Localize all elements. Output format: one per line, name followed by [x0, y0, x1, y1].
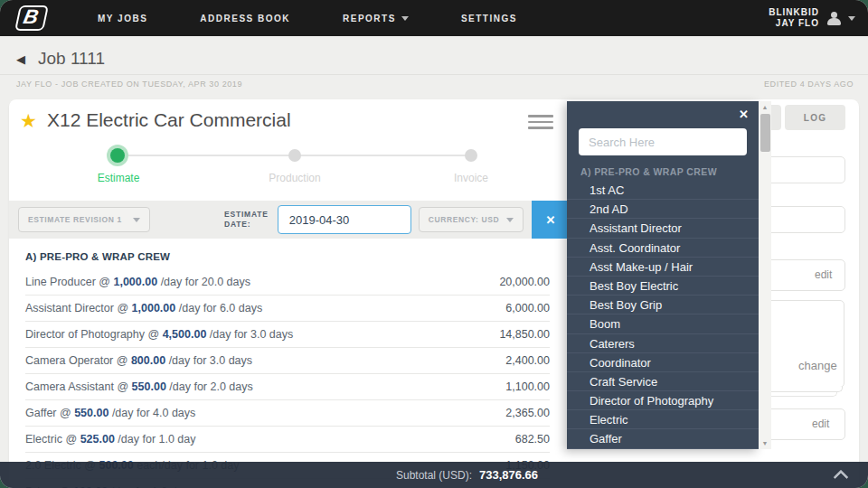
page-title: Job 1111	[38, 49, 105, 69]
picker-option[interactable]: Assistant Director	[567, 219, 759, 238]
estimate-date-input[interactable]	[278, 205, 411, 234]
breadcrumb: ◀ Job 1111	[16, 49, 105, 69]
account-menu[interactable]: BLINKBID JAY FLO	[769, 0, 855, 36]
line-item-description: Assistant Director @ 1,000.00 /day for 6…	[25, 302, 262, 314]
line-item-picker-panel: ✕ A) PRE-PRO & WRAP CREW 1st AC 2nd AD A…	[567, 101, 759, 449]
line-item-description: Director of Photography @ 4,500.00 /day …	[25, 328, 293, 341]
line-item-description: Line Producer @ 1,000.00 /day for 20.0 d…	[25, 276, 250, 288]
line-item-row[interactable]: Electric @ 525.00 /day for 1.0 day 682.5…	[25, 427, 550, 453]
step-label-production[interactable]: Production	[269, 172, 320, 184]
line-item-row[interactable]: Camera Operator @ 800.00 /day for 3.0 da…	[25, 348, 550, 374]
line-item-description: Camera Operator @ 800.00 /day for 3.0 da…	[25, 354, 252, 367]
picker-option[interactable]: Asst. Coordinator	[567, 239, 759, 258]
subtotal-value: 733,876.66	[479, 468, 538, 482]
caret-down-icon	[506, 218, 514, 222]
line-item-row[interactable]: Director of Photography @ 4,500.00 /day …	[25, 322, 550, 348]
scroll-up-icon[interactable]: ▲	[759, 101, 771, 113]
blinkbid-logo-glyph: B	[14, 5, 49, 31]
caret-down-icon	[848, 16, 855, 21]
line-item-description: Electric @ 525.00 /day for 1.0 day	[25, 433, 196, 446]
stepper-line	[118, 155, 295, 156]
line-item-row[interactable]: Assistant Director @ 1,000.00 /day for 6…	[25, 296, 550, 322]
line-item-amount: 2,365.00	[505, 407, 550, 419]
picker-option[interactable]: Asst Make-up / Hair	[567, 258, 759, 277]
scroll-down-icon[interactable]: ▼	[759, 437, 771, 449]
picker-option[interactable]: Electric	[567, 410, 759, 429]
picker-option[interactable]: Gaffer	[567, 429, 759, 448]
edit-button-bottom[interactable]: edit	[812, 418, 829, 430]
currency-dropdown[interactable]: CURRENCY: USD	[419, 207, 524, 232]
picker-option[interactable]: Boom	[567, 314, 759, 333]
step-dot-production[interactable]	[288, 149, 301, 162]
favorite-star-icon[interactable]: ★	[20, 110, 37, 132]
line-items-table: Line Producer @ 1,000.00 /day for 20.0 d…	[25, 269, 550, 488]
close-icon[interactable]: ✕	[739, 108, 749, 121]
account-name: BLINKBID JAY FLO	[769, 7, 819, 29]
step-label-estimate[interactable]: Estimate	[98, 172, 140, 184]
person-icon	[826, 11, 841, 25]
job-title: X12 Electric Car Commercial	[47, 109, 291, 131]
chevron-up-icon[interactable]	[835, 470, 846, 481]
picker-option[interactable]: 2nd AD	[567, 200, 759, 219]
job-created-meta: JAY FLO - JOB CREATED ON TUESDAY, APR 30…	[16, 80, 242, 89]
picker-option[interactable]: Coordinator	[567, 353, 759, 372]
edit-button-top[interactable]: edit	[815, 268, 832, 281]
picker-option[interactable]: Caterers	[567, 334, 759, 353]
change-button[interactable]: change	[798, 359, 837, 372]
nav-item-reports[interactable]: REPORTS	[343, 14, 409, 23]
section-title: A) PRE-PRO & WRAP CREW	[25, 251, 170, 262]
back-arrow-icon[interactable]: ◀	[16, 52, 25, 66]
estimate-toolbar: ESTIMATE REVISION 1 ESTIMATE DATE: CURRE…	[9, 201, 570, 239]
picker-option[interactable]: 1st AC	[567, 181, 759, 200]
scrollbar-thumb[interactable]	[760, 114, 770, 152]
log-button[interactable]: LOG	[785, 105, 845, 130]
close-estimate-bar-button[interactable]: ✕	[532, 201, 570, 239]
line-item-row[interactable]: Gaffer @ 550.00 /day for 4.0 days 2,365.…	[25, 400, 550, 427]
line-item-amount: 6,000.00	[505, 302, 550, 314]
estimate-date-label: ESTIMATE DATE:	[224, 210, 269, 230]
picker-option[interactable]: Director of Photography	[567, 391, 759, 410]
caret-down-icon	[401, 16, 409, 21]
line-item-description: Gaffer @ 550.00 /day for 4.0 days	[25, 407, 195, 419]
step-label-invoice[interactable]: Invoice	[454, 172, 488, 184]
line-item-row[interactable]: Line Producer @ 1,000.00 /day for 20.0 d…	[25, 269, 550, 296]
line-item-row[interactable]: Camera Assistant @ 550.00 /day for 2.0 d…	[25, 374, 550, 400]
line-item-amount: 2,400.00	[505, 354, 550, 367]
divider	[0, 74, 868, 75]
menu-icon[interactable]	[528, 115, 553, 129]
nav-menu: MY JOBS ADDRESS BOOK REPORTS SETTINGS	[98, 14, 517, 23]
picker-option[interactable]: Best Boy Grip	[567, 296, 759, 314]
picker-option[interactable]: Craft Service	[567, 372, 759, 391]
picker-option[interactable]: Best Boy Electric	[567, 277, 759, 296]
nav-item-my-jobs[interactable]: MY JOBS	[98, 14, 147, 23]
step-dot-invoice[interactable]	[465, 149, 477, 162]
caret-down-icon	[133, 218, 140, 222]
line-item-amount: 682.50	[515, 433, 550, 446]
line-item-description: Camera Assistant @ 550.00 /day for 2.0 d…	[25, 380, 253, 393]
edited-meta: EDITED 4 DAYS AGO	[764, 80, 854, 89]
app-window: B MY JOBS ADDRESS BOOK REPORTS SETTINGS …	[0, 0, 868, 488]
picker-section-label: A) PRE-PRO & WRAP CREW	[580, 166, 717, 177]
blinkbid-logo-icon[interactable]: B	[13, 5, 51, 32]
line-item-amount: 14,850.00	[499, 328, 550, 341]
nav-item-settings[interactable]: SETTINGS	[461, 14, 517, 23]
panel-scrollbar[interactable]: ▲ ▼	[759, 101, 771, 449]
nav-item-address-book[interactable]: ADDRESS BOOK	[200, 14, 290, 23]
subtotal-label: Subtotal (USD):	[396, 469, 472, 482]
stepper-line	[295, 155, 471, 156]
line-item-amount: 1,100.00	[505, 380, 550, 393]
revision-dropdown[interactable]: ESTIMATE REVISION 1	[18, 207, 150, 232]
subtotal-bar: Subtotal (USD): 733,876.66	[0, 462, 868, 488]
line-item-amount: 20,000.00	[499, 276, 550, 288]
search-input[interactable]	[579, 128, 747, 155]
top-nav: B MY JOBS ADDRESS BOOK REPORTS SETTINGS …	[0, 0, 868, 36]
step-dot-estimate[interactable]	[110, 148, 125, 163]
picker-option-list: 1st AC 2nd AD Assistant Director Asst. C…	[567, 181, 759, 449]
